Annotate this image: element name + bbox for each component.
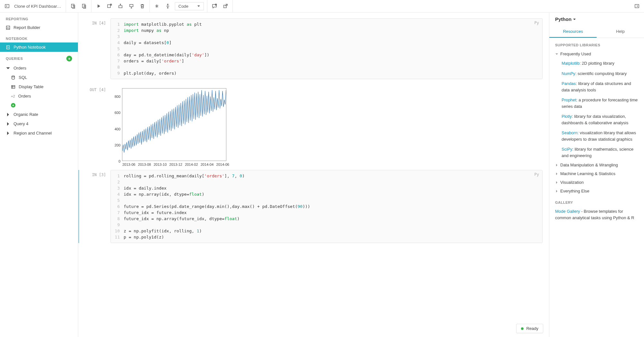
- lib-link[interactable]: Matplotlib: [562, 61, 580, 66]
- category-visualization[interactable]: Visualization: [549, 178, 644, 187]
- lib-link[interactable]: Pandas: [562, 81, 576, 86]
- chevron-right-icon: [555, 190, 558, 193]
- sidebar-item-orders[interactable]: Orders: [0, 63, 78, 73]
- rightpane-title[interactable]: Python: [549, 13, 644, 26]
- lib-link[interactable]: SciPy: [562, 147, 572, 152]
- lib-seaborn: Seaborn: visualization library that allo…: [549, 128, 644, 144]
- tab-help[interactable]: Help: [597, 26, 644, 38]
- code-source: import matplotlib.pyplot as plt import n…: [122, 19, 212, 79]
- category-ml-stats[interactable]: Machine Learning & Statistics: [549, 169, 644, 178]
- export-icon[interactable]: [80, 2, 88, 10]
- lib-link[interactable]: Plotly: [562, 114, 572, 119]
- orders-badge: +2: [11, 94, 15, 98]
- sidebar-add-orders-child[interactable]: +: [11, 101, 78, 110]
- svg-rect-13: [12, 85, 15, 88]
- sidebar-item-orders-sub[interactable]: +2 Orders: [11, 91, 78, 101]
- notebook: IN [4] Py 123456789 import matplotlib.py…: [78, 13, 549, 243]
- chevron-right-icon: [555, 181, 558, 184]
- sidebar-item-display-table[interactable]: Display Table: [11, 82, 78, 91]
- comment-icon[interactable]: [211, 2, 218, 10]
- svg-rect-3: [108, 5, 110, 8]
- line-gutter: 123456789: [111, 19, 122, 79]
- gallery-text: Mode Gallery - Browse templates for comm…: [549, 207, 644, 227]
- trash-icon[interactable]: [138, 2, 146, 10]
- in-prompt: IN [3]: [78, 170, 110, 243]
- lib-prophet: Prophet: a procedure for forecasting tim…: [549, 95, 644, 111]
- code-cell-4: IN [4] Py 123456789 import matplotlib.py…: [78, 13, 549, 79]
- sidebar-display-table-label: Display Table: [19, 84, 43, 89]
- sidebar-orders-label: Orders: [14, 66, 26, 70]
- lib-link[interactable]: Seaborn: [562, 130, 577, 135]
- import-icon[interactable]: [69, 2, 77, 10]
- code-input[interactable]: Py 1234567891011 rolling = pd.rolling_me…: [110, 170, 543, 243]
- sidebar-report-builder-label: Report Builder: [14, 25, 40, 30]
- sidebar-notebook-header: NOTEBOOK: [0, 32, 78, 42]
- gallery-link[interactable]: Mode Gallery: [555, 209, 580, 214]
- category-everything-else[interactable]: Everything Else: [549, 187, 644, 195]
- lang-badge: Py: [535, 172, 539, 177]
- sidebar-query4-label: Query 4: [14, 121, 28, 126]
- sidebar-orders-sub-label: Orders: [18, 94, 31, 98]
- sidebar-organic-rate-label: Organic Rate: [14, 112, 38, 117]
- lib-link[interactable]: Prophet: [562, 98, 576, 102]
- asterisk-icon[interactable]: [153, 2, 161, 10]
- sidebar-item-query4[interactable]: Query 4: [0, 119, 78, 128]
- plus-icon: +: [11, 103, 15, 108]
- svg-rect-0: [5, 5, 9, 8]
- status-label: Ready: [526, 326, 538, 331]
- sidebar: REPORTING Report Builder NOTEBOOK Python…: [0, 13, 78, 337]
- chevron-right-icon: [555, 172, 558, 175]
- chevron-down-icon: [573, 18, 576, 21]
- freq-used-label: Frequently Used: [560, 51, 591, 56]
- sidebar-item-report-builder[interactable]: Report Builder: [0, 23, 78, 32]
- sidebar-reporting-header: REPORTING: [0, 13, 78, 23]
- sidebar-item-region-channel[interactable]: Region and Channel: [0, 128, 78, 138]
- add-below-icon[interactable]: [128, 2, 135, 10]
- document-title: Clone of KPI Dashboard: SQ…: [14, 4, 62, 9]
- report-icon: [6, 25, 10, 30]
- sidebar-sql-label: SQL: [19, 75, 27, 80]
- tab-resources[interactable]: Resources: [549, 26, 597, 38]
- sidebar-python-notebook-label: Python Notebook: [14, 45, 46, 50]
- sidebar-item-organic-rate[interactable]: Organic Rate: [0, 110, 78, 119]
- line-gutter: 1234567891011: [111, 170, 122, 243]
- collapse-right-icon[interactable]: [633, 2, 641, 10]
- lib-link[interactable]: NumPy: [562, 71, 575, 76]
- sidebar-queries-header: QUERIES: [6, 57, 23, 61]
- chevron-down-icon: [197, 5, 200, 8]
- in-prompt: IN [4]: [78, 18, 110, 79]
- add-above-icon[interactable]: [117, 2, 124, 10]
- chevron-right-icon: [6, 122, 10, 126]
- chevron-right-icon: [6, 112, 10, 117]
- notebook-icon: [6, 45, 10, 50]
- chart-yaxis: 0200400600800: [111, 89, 122, 161]
- chevron-right-icon: [6, 131, 10, 136]
- sidebar-region-channel-label: Region and Channel: [14, 131, 52, 136]
- svg-rect-9: [635, 5, 639, 8]
- popout-icon[interactable]: [222, 2, 229, 10]
- chevron-down-icon: [6, 66, 10, 70]
- cell-type-selector[interactable]: Code: [175, 2, 204, 10]
- category-frequently-used[interactable]: Frequently Used: [549, 50, 644, 58]
- code-cell-3: IN [3] Py 1234567891011 rolling = pd.rol…: [78, 164, 549, 243]
- sql-icon: [11, 75, 15, 80]
- gallery-header: GALLERY: [549, 195, 644, 207]
- svg-rect-6: [130, 5, 133, 7]
- merge-icon[interactable]: [164, 2, 172, 10]
- chevron-down-icon: [555, 52, 558, 56]
- status-dot-icon: [521, 327, 524, 330]
- category-data-manipulation[interactable]: Data Manipulation & Wrangling: [549, 161, 644, 169]
- cell-type-label: Code: [178, 4, 188, 9]
- lib-matplotlib: Matplotlib: 2D plotting library: [549, 58, 644, 69]
- play-icon[interactable]: [95, 2, 102, 10]
- line-chart: 0200400600800 2013-062013-082013-102013-…: [110, 88, 226, 161]
- run-add-icon[interactable]: [106, 2, 113, 10]
- lib-plotly: Plotly: library for data visualization, …: [549, 111, 644, 128]
- lib-pandas: Pandas: library of data structures and d…: [549, 79, 644, 95]
- sidebar-item-python-notebook[interactable]: Python Notebook: [0, 42, 78, 52]
- add-query-button[interactable]: +: [66, 56, 72, 61]
- supported-libraries-header: SUPPORTED LIBRARIES: [549, 38, 644, 50]
- sidebar-item-sql[interactable]: SQL: [11, 73, 78, 82]
- back-icon[interactable]: [3, 2, 11, 10]
- code-input[interactable]: Py 123456789 import matplotlib.pyplot as…: [110, 18, 543, 79]
